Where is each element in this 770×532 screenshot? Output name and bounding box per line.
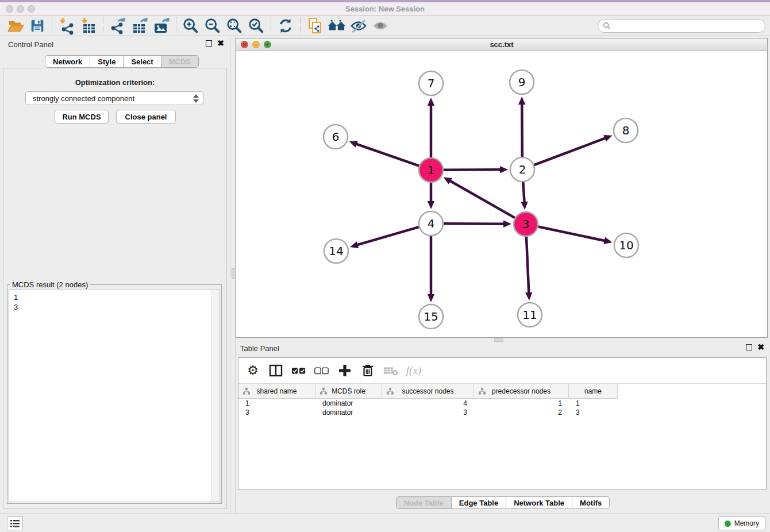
result-scrollbar[interactable] <box>211 290 220 502</box>
graph-edge[interactable] <box>349 141 419 166</box>
import-table-icon[interactable] <box>78 17 99 35</box>
table-tab-motifs[interactable]: Motifs <box>572 496 610 509</box>
zoom-out-icon[interactable] <box>202 17 224 35</box>
column-header-shared-name[interactable]: shared name <box>238 384 315 399</box>
graph-node-9[interactable]: 9 <box>510 70 534 94</box>
network-graph[interactable]: 7968124314101511 <box>236 51 767 337</box>
graph-edge[interactable] <box>350 227 419 248</box>
graph-node-1[interactable]: 1 <box>419 158 443 182</box>
tab-style[interactable]: Style <box>90 55 124 68</box>
table-cell[interactable]: 3 <box>569 408 618 417</box>
graph-node-10[interactable]: 10 <box>614 233 638 257</box>
table-cell[interactable]: 1 <box>238 399 315 408</box>
table-cell[interactable]: 1 <box>474 399 569 408</box>
table-cell[interactable]: 1 <box>569 399 618 408</box>
graph-node-2[interactable]: 2 <box>510 157 534 182</box>
network-snapshot-icon[interactable] <box>304 17 326 35</box>
column-header-MCDS-role[interactable]: MCDS role <box>315 384 382 399</box>
float-panel-icon[interactable] <box>206 40 212 47</box>
graph-edge[interactable] <box>444 166 508 173</box>
table-cell[interactable]: 3 <box>382 408 474 417</box>
splitter-handle[interactable] <box>232 268 234 279</box>
close-panel-button[interactable]: Close panel <box>116 110 176 124</box>
graph-node-label: 1 <box>428 163 435 177</box>
tab-mcds[interactable]: MCDS <box>161 55 199 68</box>
table-cell[interactable]: 4 <box>382 399 474 408</box>
table-row[interactable]: 1dominator411 <box>238 399 618 408</box>
toolbar-separator <box>103 17 103 34</box>
graph-node-14[interactable]: 14 <box>324 239 348 263</box>
graph-node-label: 14 <box>329 244 343 258</box>
zoom-in-icon[interactable] <box>180 17 202 35</box>
graph-edge[interactable] <box>428 183 434 209</box>
graph-edge[interactable] <box>538 227 613 244</box>
table-tab-network-table[interactable]: Network Table <box>506 496 572 509</box>
close-table-panel-icon[interactable]: ✖ <box>757 344 764 350</box>
graph-node-8[interactable]: 8 <box>614 118 638 142</box>
close-panel-icon[interactable]: ✖ <box>217 40 224 47</box>
app-titlebar: Session: New Session <box>0 2 770 16</box>
table-cell[interactable]: dominator <box>315 399 382 408</box>
function-builder-icon[interactable]: f(x) <box>406 363 421 378</box>
export-image-icon[interactable] <box>151 17 172 35</box>
gear-icon[interactable]: ⚙ <box>245 363 260 378</box>
import-network-icon[interactable] <box>56 17 78 35</box>
graph-node-label: 15 <box>424 310 438 323</box>
table-tab-edge-table[interactable]: Edge Table <box>452 496 506 509</box>
horizontal-splitter-handle[interactable] <box>494 338 503 342</box>
graph-node-3[interactable]: 3 <box>514 212 538 236</box>
control-panel-tabs: NetworkStyleSelectMCDS <box>45 55 199 68</box>
table-cell[interactable]: 2 <box>474 408 569 417</box>
save-session-icon[interactable] <box>26 17 48 35</box>
delete-icon[interactable] <box>360 363 375 378</box>
column-header-predecessor-nodes[interactable]: predecessor nodes <box>474 384 569 399</box>
table-tab-node-table[interactable]: Node Table <box>396 496 452 509</box>
split-columns-icon[interactable] <box>268 363 283 378</box>
open-session-icon[interactable] <box>5 17 26 35</box>
delete-table-icon[interactable] <box>383 363 398 378</box>
graph-edge[interactable] <box>534 135 613 165</box>
first-neighbors-icon[interactable] <box>326 17 348 35</box>
export-network-icon[interactable] <box>107 17 129 35</box>
tab-select[interactable]: Select <box>124 55 161 68</box>
vertical-splitter[interactable] <box>230 36 236 514</box>
tab-network[interactable]: Network <box>45 55 90 68</box>
graph-node-15[interactable]: 15 <box>419 304 443 329</box>
graph-node-4[interactable]: 4 <box>419 211 443 236</box>
hide-selected-icon[interactable] <box>348 17 369 35</box>
float-table-panel-icon[interactable] <box>746 344 752 350</box>
graph-edge[interactable] <box>521 182 528 210</box>
graph-edge[interactable] <box>444 177 515 218</box>
graph-edge[interactable] <box>525 237 532 300</box>
run-mcds-button[interactable]: Run MCDS <box>55 110 109 124</box>
table-cell[interactable]: 3 <box>238 408 315 417</box>
zoom-fit-icon[interactable] <box>224 17 245 35</box>
column-header-successor-nodes[interactable]: successor nodes <box>382 384 474 399</box>
refresh-layout-icon[interactable] <box>275 17 297 35</box>
table-cell[interactable]: dominator <box>315 408 382 417</box>
main-toolbar <box>0 16 770 36</box>
network-window-titlebar[interactable]: ✕ − + scc.txt <box>236 38 767 51</box>
export-table-icon[interactable] <box>129 17 151 35</box>
search-input[interactable] <box>598 19 765 33</box>
add-column-icon[interactable] <box>337 363 352 378</box>
graph-edge[interactable] <box>428 98 434 157</box>
graph-node-6[interactable]: 6 <box>324 125 348 149</box>
deselect-all-icon[interactable] <box>314 363 329 378</box>
graph-node-label: 7 <box>428 76 435 90</box>
graph-edge[interactable] <box>444 221 511 228</box>
graph-node-7[interactable]: 7 <box>419 71 443 95</box>
column-header-name[interactable]: name <box>569 384 618 399</box>
show-all-icon[interactable] <box>369 17 391 35</box>
table-row[interactable]: 3dominator323 <box>238 408 618 417</box>
task-history-button[interactable] <box>7 516 23 530</box>
toolbar-separator <box>300 17 301 34</box>
graph-node-label: 2 <box>519 163 526 176</box>
zoom-selected-icon[interactable] <box>245 17 267 35</box>
graph-edge[interactable] <box>518 97 525 157</box>
graph-edge[interactable] <box>428 236 434 302</box>
memory-button[interactable]: Memory <box>718 516 765 530</box>
select-all-icon[interactable] <box>291 363 306 378</box>
criterion-select[interactable]: strongly connected component <box>25 91 203 105</box>
graph-node-11[interactable]: 11 <box>518 303 542 327</box>
